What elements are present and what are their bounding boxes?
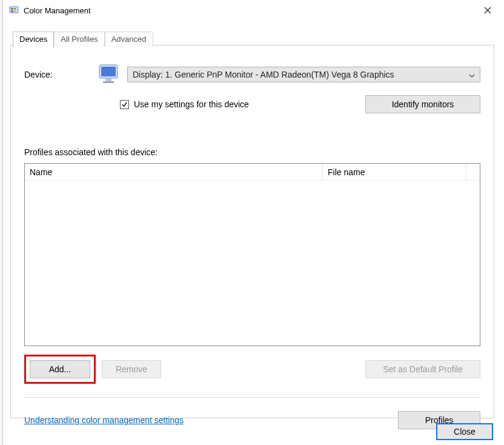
device-dropdown[interactable]: Display: 1. Generic PnP Monitor - AMD Ra… xyxy=(127,67,480,82)
device-dropdown-value: Display: 1. Generic PnP Monitor - AMD Ra… xyxy=(133,70,394,79)
column-header-name[interactable]: Name xyxy=(25,164,323,180)
svg-rect-10 xyxy=(103,81,114,83)
add-button-highlight: Add... xyxy=(24,355,96,384)
tab-all-profiles[interactable]: All Profiles xyxy=(54,32,104,47)
chevron-down-icon xyxy=(469,70,475,79)
svg-rect-3 xyxy=(11,10,13,12)
close-icon xyxy=(484,7,491,14)
remove-button: Remove xyxy=(102,360,161,378)
column-header-file[interactable]: File name xyxy=(323,164,466,180)
svg-rect-2 xyxy=(14,8,16,10)
window-title: Color Management xyxy=(24,6,91,15)
profiles-list[interactable]: Name File name xyxy=(24,163,480,346)
checkmark-icon xyxy=(121,101,128,108)
set-default-profile-button: Set as Default Profile xyxy=(365,360,480,378)
color-management-window: Color Management Devices All Profiles Ad… xyxy=(2,0,502,445)
add-button[interactable]: Add... xyxy=(30,360,90,378)
monitor-icon xyxy=(97,62,122,87)
devices-tab-panel: Device: Display: 1. Generic PnP Monitor … xyxy=(10,45,494,418)
tab-strip: Devices All Profiles Advanced xyxy=(13,30,153,47)
close-button[interactable]: Close xyxy=(436,423,493,440)
svg-rect-8 xyxy=(101,67,116,76)
svg-rect-1 xyxy=(11,8,13,10)
tab-devices[interactable]: Devices xyxy=(13,32,54,47)
tab-advanced[interactable]: Advanced xyxy=(105,32,153,47)
profiles-associated-label: Profiles associated with this device: xyxy=(24,147,480,157)
identify-monitors-button[interactable]: Identify monitors xyxy=(365,95,480,113)
separator xyxy=(24,397,480,398)
title-bar: Color Management xyxy=(3,0,502,21)
close-window-button[interactable] xyxy=(474,0,502,21)
understanding-link[interactable]: Understanding color management settings xyxy=(24,415,184,425)
app-icon xyxy=(9,5,19,15)
use-my-settings-checkbox[interactable] xyxy=(120,100,129,109)
device-label: Device: xyxy=(24,70,92,79)
svg-rect-9 xyxy=(105,79,111,81)
use-my-settings-label: Use my settings for this device xyxy=(134,99,249,109)
profiles-list-header: Name File name xyxy=(25,164,480,181)
svg-rect-4 xyxy=(14,10,16,12)
column-header-spacer xyxy=(466,164,480,180)
